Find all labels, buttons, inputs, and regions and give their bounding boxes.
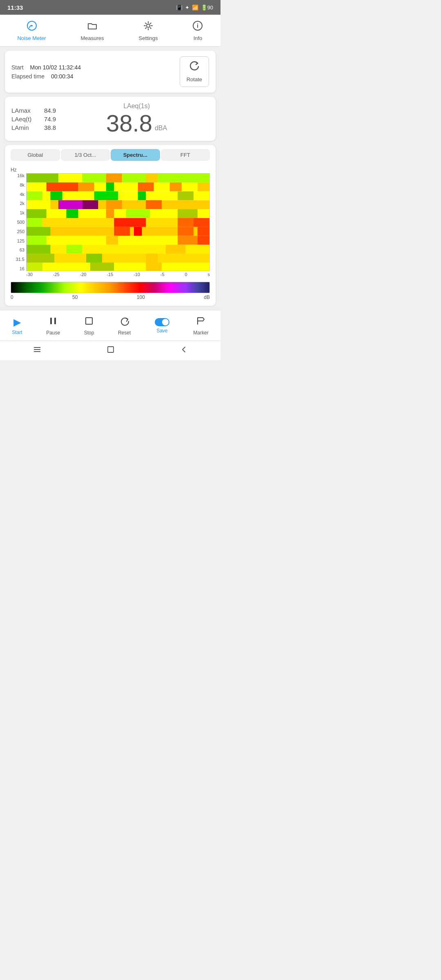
marker-icon — [196, 316, 206, 328]
status-icons: 📳 ✦ 📶 🔋90 — [176, 4, 213, 11]
nav-measures[interactable]: Measures — [73, 19, 112, 43]
colorbar-labels: 0 50 100 dB — [11, 294, 210, 300]
spectrum-card: Global 1/3 Oct... Spectru... FFT Hz 16k … — [5, 145, 216, 306]
svg-rect-20 — [50, 192, 62, 200]
svg-rect-33 — [106, 209, 114, 218]
session-card: Start Mon 10/02 11:32:44 Elapsed time 00… — [5, 51, 216, 93]
android-nav — [0, 341, 220, 360]
status-bar: 11:33 📳 ✦ 📶 🔋90 — [0, 0, 220, 15]
svg-rect-48 — [27, 236, 47, 245]
android-home-button[interactable] — [107, 345, 115, 356]
svg-rect-65 — [54, 318, 56, 324]
svg-rect-34 — [126, 209, 149, 218]
svg-rect-49 — [106, 236, 118, 245]
session-start-row: Start Mon 10/02 11:32:44 — [11, 64, 81, 71]
svg-rect-35 — [178, 209, 198, 218]
svg-rect-45 — [178, 227, 194, 236]
android-back-button[interactable] — [180, 345, 188, 356]
x-label-n20: -20 — [80, 272, 87, 277]
x-label-n15: -15 — [107, 272, 113, 277]
svg-rect-12 — [47, 183, 78, 192]
colorbar-area: 0 50 100 dB — [11, 282, 210, 300]
lamax-label: LAmax — [11, 107, 40, 114]
svg-rect-62 — [90, 263, 114, 271]
nav-info[interactable]: i Info — [184, 19, 211, 43]
battery-icon: 🔋90 — [201, 4, 213, 11]
rotate-button[interactable]: Rotate — [180, 56, 209, 87]
svg-rect-50 — [178, 236, 198, 245]
colorbar-unit: dB — [204, 294, 210, 300]
svg-rect-9 — [146, 174, 158, 183]
lamin-label: LAmin — [11, 124, 40, 131]
svg-rect-8 — [106, 174, 122, 183]
x-label-0: 0 — [185, 272, 187, 277]
marker-button[interactable]: Marker — [189, 314, 212, 337]
stop-icon — [84, 316, 94, 328]
svg-rect-61 — [27, 263, 42, 271]
lamin-value: 38.8 — [44, 124, 56, 131]
stop-button[interactable]: Stop — [80, 314, 98, 337]
svg-rect-26 — [82, 200, 98, 209]
pause-icon — [48, 316, 58, 328]
svg-rect-39 — [178, 218, 194, 227]
laeqt-value: 74.9 — [44, 116, 56, 122]
svg-rect-38 — [114, 218, 146, 227]
pause-button[interactable]: Pause — [42, 314, 64, 337]
tab-global[interactable]: Global — [11, 149, 60, 161]
svg-rect-7 — [58, 174, 82, 183]
svg-rect-66 — [86, 318, 92, 324]
save-toggle[interactable]: Save — [151, 316, 174, 335]
colorbar-100: 100 — [137, 294, 145, 300]
folder-icon — [87, 20, 98, 33]
x-label-n30: -30 — [26, 272, 33, 277]
svg-rect-19 — [27, 192, 42, 200]
vibrate-icon: 📳 — [176, 4, 183, 11]
reset-icon — [120, 316, 129, 328]
elapsed-label: Elapsed time — [11, 73, 45, 80]
lamax-value: 84.9 — [44, 107, 56, 114]
marker-label: Marker — [193, 330, 208, 336]
svg-rect-43 — [114, 227, 130, 236]
chart-wrapper: 16k 8k 4k 2k 1k 500 250 125 63 31.5 16 — [11, 173, 210, 271]
spectrum-area: Hz 16k 8k 4k 2k 1k 500 250 125 63 31.5 1… — [11, 166, 210, 277]
metrics-left: LAmax 84.9 LAeq(t) 74.9 LAmin 38.8 — [11, 107, 56, 131]
android-menu-button[interactable] — [33, 345, 42, 356]
tab-oct[interactable]: 1/3 Oct... — [61, 149, 110, 161]
laeq1s-row: 38.8 dBA — [106, 111, 167, 135]
metrics-right: LAeq(1s) 38.8 dBA — [64, 102, 209, 135]
hz-label: Hz — [11, 167, 17, 173]
svg-rect-71 — [108, 347, 114, 352]
session-elapsed-row: Elapsed time 00:00:34 — [11, 73, 81, 80]
stop-label: Stop — [84, 330, 94, 336]
colorbar — [11, 282, 210, 293]
laeq1s-unit: dBA — [155, 125, 167, 132]
svg-rect-14 — [106, 183, 114, 192]
nav-noise-meter[interactable]: Noise Meter — [9, 19, 54, 43]
nav-settings-label: Settings — [139, 35, 158, 41]
info-icon: i — [192, 20, 203, 33]
x-unit-s: s — [207, 272, 210, 277]
start-label: Start — [12, 330, 22, 335]
svg-rect-54 — [66, 245, 82, 254]
tab-spectrum[interactable]: Spectru... — [111, 149, 160, 161]
svg-rect-63 — [146, 263, 162, 271]
svg-rect-21 — [94, 192, 118, 200]
nav-settings[interactable]: Settings — [131, 19, 166, 43]
colorbar-0: 0 — [11, 294, 13, 300]
laeq1s-label: LAeq(1s) — [123, 102, 150, 110]
start-label: Start — [11, 64, 24, 71]
tab-fft[interactable]: FFT — [161, 149, 210, 161]
start-button[interactable]: ▶ Start — [8, 315, 26, 337]
lamax-row: LAmax 84.9 — [11, 107, 56, 114]
x-label-n10: -10 — [134, 272, 140, 277]
save-switch[interactable] — [155, 318, 169, 326]
svg-rect-55 — [166, 245, 186, 254]
signal-icon: 📶 — [192, 4, 198, 11]
reset-label: Reset — [118, 330, 131, 336]
nav-info-label: Info — [194, 35, 203, 41]
svg-rect-40 — [194, 218, 209, 227]
svg-rect-10 — [178, 174, 209, 183]
elapsed-value: 00:00:34 — [51, 73, 74, 80]
svg-rect-60 — [27, 263, 209, 271]
reset-button[interactable]: Reset — [114, 314, 135, 337]
